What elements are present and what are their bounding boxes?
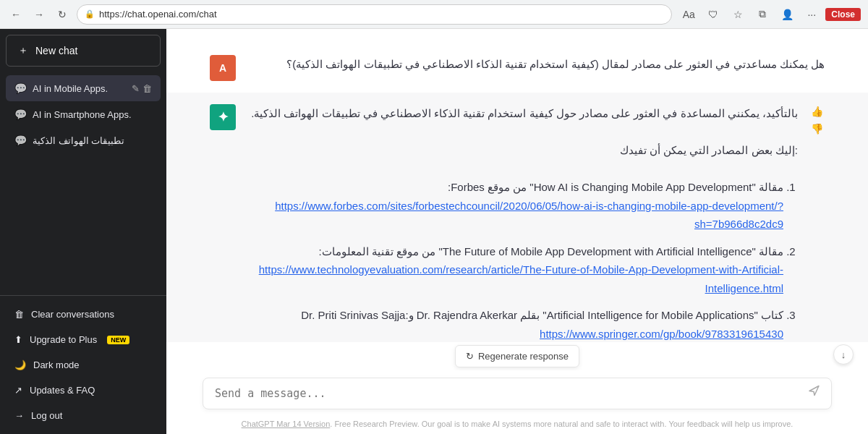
upgrade-label: Upgrade to Plus: [30, 334, 97, 345]
source-link-1[interactable]: https://www.forbes.com/sites/forbestechc…: [275, 200, 783, 231]
clear-conversations-label: Clear conversations: [31, 309, 114, 320]
log-out-label: Log out: [31, 410, 62, 421]
message-actions: 👍 👎: [809, 104, 825, 342]
moon-icon: 🌙: [14, 359, 26, 370]
regenerate-area: ↻ Regenerate response: [166, 342, 868, 370]
new-badge: NEW: [107, 336, 129, 344]
conversation-item-ai-smartphone-apps[interactable]: 💬 AI in Smartphone Apps.: [6, 101, 161, 127]
plus-icon: ＋: [18, 44, 28, 57]
chat-footer: ChatGPT Mar 14 Version. Free Research Pr…: [166, 415, 868, 434]
source-prefix-2: مقالة "The Future of Mobile App Developm…: [319, 245, 783, 258]
more-button[interactable]: ···: [801, 4, 822, 25]
assistant-intro: بالتأكيد، يمكنني المساعدة في العثور على …: [247, 104, 798, 123]
regenerate-button[interactable]: ↻ Regenerate response: [455, 345, 579, 367]
dark-mode-button[interactable]: 🌙 Dark mode: [6, 352, 161, 378]
conversation-label: AI in Mobile Apps.: [33, 83, 126, 94]
chat-item-actions: ✎ 🗑: [132, 83, 152, 94]
browser-bar: ← → ↻ 🔒 https://chat.openai.com/chat Aa …: [0, 0, 868, 29]
sidebar-top: ＋ New chat: [0, 29, 166, 72]
scroll-down-button[interactable]: ↓: [833, 344, 854, 365]
delete-icon[interactable]: 🗑: [142, 83, 152, 94]
chat-input-area: ↓: [166, 370, 868, 415]
new-chat-label: New chat: [35, 45, 77, 56]
conversation-item-smartphone-ar[interactable]: 💬 تطبيقات الهواتف الذكية: [6, 127, 161, 153]
assistant-avatar: ✦: [210, 104, 236, 130]
source-prefix-3: كتاب "Artificial Intelligence for Mobile…: [301, 309, 783, 321]
user-message-row: A هل يمكنك مساعدتي في العثور على مصادر ل…: [166, 43, 868, 93]
chat-list: 💬 AI in Mobile Apps. ✎ 🗑 💬 AI in Smartph…: [0, 72, 166, 295]
address-bar[interactable]: 🔒 https://chat.openai.com/chat: [77, 4, 672, 25]
list-header: :إليك بعض المصادر التي يمكن أن تفيدك: [247, 141, 798, 160]
user-message-text: هل يمكنك مساعدتي في العثور على مصادر لمق…: [247, 55, 825, 81]
user-avatar: A: [210, 55, 236, 81]
profile-button[interactable]: 👤: [776, 4, 798, 25]
upgrade-to-plus-button[interactable]: ⬆ Upgrade to Plus NEW: [6, 327, 161, 352]
reader-view-button[interactable]: Aa: [678, 4, 699, 25]
chat-icon: 💬: [14, 135, 27, 146]
bookmark-button[interactable]: ☆: [727, 4, 749, 25]
send-button[interactable]: [806, 383, 823, 404]
url-text: https://chat.openai.com/chat: [99, 9, 664, 20]
source-item-2: مقالة "The Future of Mobile App Developm…: [247, 242, 783, 298]
source-item-1: مقالة "How AI is Changing Mobile App Dev…: [247, 178, 783, 234]
clear-conversations-button[interactable]: 🗑 Clear conversations: [6, 302, 161, 327]
reload-button[interactable]: ↻: [54, 6, 71, 23]
source-list: مقالة "How AI is Changing Mobile App Dev…: [247, 178, 798, 342]
assistant-message-row: ✦ بالتأكيد، يمكنني المساعدة في العثور عل…: [166, 93, 868, 342]
conversation-label: AI in Smartphone Apps.: [33, 109, 152, 120]
conversation-label: تطبيقات الهواتف الذكية: [33, 135, 152, 146]
regenerate-icon: ↻: [466, 351, 474, 362]
chat-main: A هل يمكنك مساعدتي في العثور على مصادر ل…: [166, 29, 868, 434]
conversation-item-ai-mobile-apps[interactable]: 💬 AI in Mobile Apps. ✎ 🗑: [6, 75, 161, 101]
log-out-button[interactable]: → Log out: [6, 403, 161, 428]
chat-icon: 💬: [14, 109, 27, 120]
footer-suffix: . Free Research Preview. Our goal is to …: [330, 420, 793, 428]
updates-faq-label: Updates & FAQ: [30, 385, 95, 396]
close-button[interactable]: Close: [825, 8, 861, 21]
external-link-icon: ↗: [14, 385, 22, 396]
regenerate-label: Regenerate response: [478, 351, 569, 362]
assistant-message-text: بالتأكيد، يمكنني المساعدة في العثور على …: [247, 104, 798, 342]
new-chat-button[interactable]: ＋ New chat: [6, 35, 161, 67]
chat-icon: 💬: [14, 82, 27, 94]
thumbs-up-button[interactable]: 👍: [809, 104, 825, 119]
thumbs-down-button[interactable]: 👎: [809, 122, 825, 136]
back-button[interactable]: ←: [7, 6, 25, 23]
source-prefix-1: مقالة "How AI is Changing Mobile App Dev…: [448, 181, 783, 193]
app-container: ＋ New chat 💬 AI in Mobile Apps. ✎ 🗑 💬 AI…: [0, 29, 868, 434]
dark-mode-label: Dark mode: [33, 359, 80, 370]
edit-icon[interactable]: ✎: [132, 83, 140, 94]
shield-button[interactable]: 🛡: [702, 4, 724, 25]
upgrade-icon: ⬆: [14, 334, 22, 345]
trash-icon: 🗑: [14, 309, 24, 320]
screen-share-button[interactable]: ⧉: [752, 4, 773, 25]
source-link-3[interactable]: https://www.springer.com/gp/book/9783319…: [540, 328, 783, 340]
updates-faq-button[interactable]: ↗ Updates & FAQ: [6, 378, 161, 403]
chat-messages: A هل يمكنك مساعدتي في العثور على مصادر ل…: [166, 29, 868, 342]
source-link-2[interactable]: https://www.technologyevaluation.com/res…: [259, 263, 783, 294]
lock-icon: 🔒: [85, 9, 95, 19]
forward-button[interactable]: →: [30, 6, 48, 23]
sidebar: ＋ New chat 💬 AI in Mobile Apps. ✎ 🗑 💬 AI…: [0, 29, 166, 434]
sidebar-bottom: 🗑 Clear conversations ⬆ Upgrade to Plus …: [0, 295, 166, 434]
source-item-3: كتاب "Artificial Intelligence for Mobile…: [247, 306, 783, 342]
browser-actions: Aa 🛡 ☆ ⧉ 👤 ··· Close: [678, 4, 861, 25]
logout-icon: →: [14, 410, 24, 421]
message-input[interactable]: [203, 378, 832, 409]
version-link[interactable]: ChatGPT Mar 14 Version: [242, 420, 331, 428]
